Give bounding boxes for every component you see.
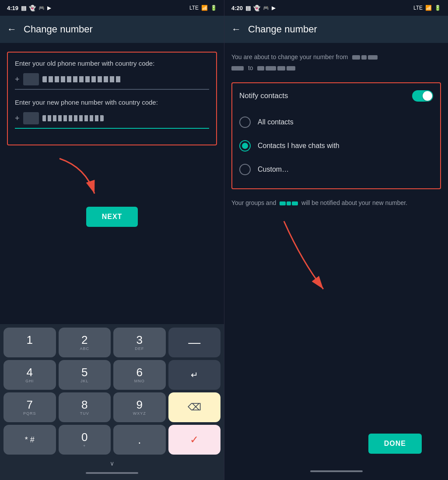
left-phone-panel: 4:19 ▤ 👻 🎮 ▶ LTE 📶 🔋 ← Change number Ent… [0,0,224,480]
new-plus-sign: + [15,114,20,123]
left-battery-icon: 🔋 [210,5,217,11]
new-phone-number-blurred [42,115,104,121]
groups-placeholder [280,201,298,205]
notify-toggle[interactable] [412,90,433,102]
left-signal-icon: 📶 [201,5,208,11]
key-3-letters: DEF [135,346,144,351]
option-custom[interactable]: Custom… [239,158,433,181]
key-confirm-symbol: ✓ [190,434,199,446]
key-3[interactable]: 3 DEF [113,328,166,357]
key-6[interactable]: 6 MNO [113,360,166,390]
left-app-title: Change number [24,24,93,35]
old-plus-sign: + [15,75,20,84]
key-3-number: 3 [136,334,143,346]
key-dot-symbol: . [138,434,141,445]
key-5-number: 5 [81,367,88,378]
left-ps-icon: 🎮 [38,5,45,11]
key-5[interactable]: 5 JKL [59,360,111,390]
key-0-letters: + [83,444,86,448]
info-text-to: to [248,64,253,71]
key-9-letters: WXYZ [133,411,146,416]
label-custom: Custom… [258,166,289,173]
left-play-icon: ▶ [47,5,51,11]
right-play-icon: ▶ [272,5,275,11]
left-back-button[interactable]: ← [7,24,17,35]
key-9-number: 9 [136,399,143,410]
old-phone-number-blurred [42,76,121,82]
right-time: 4:20 [231,5,243,11]
key-6-number: 6 [136,367,143,378]
right-status-icon-1: ▤ [245,5,251,11]
right-battery-icon: 🔋 [434,5,441,11]
right-phone-panel: 4:20 ▤ 👻 🎮 ▶ LTE 📶 🔋 ← Change number You… [224,0,448,480]
key-7-letters: PQRS [23,411,36,416]
label-chats-contacts: Contacts I have chats with [258,142,340,150]
key-6-letters: MNO [134,379,145,383]
next-arrow-svg [51,154,121,202]
key-dot[interactable]: . [113,425,166,455]
old-number-label: Enter your old phone number with country… [15,60,209,67]
toggle-knob [423,91,432,101]
key-1-number: 1 [27,334,33,346]
right-back-button[interactable]: ← [231,24,241,35]
key-2-number: 2 [81,334,88,346]
left-content: Enter your old phone number with country… [0,43,224,324]
groups-text-suffix: will be notified about your new number. [301,199,407,206]
right-content: You are about to change your number from… [224,43,448,480]
notify-title: Notify contacts [239,92,288,100]
right-app-bar: ← Change number [224,16,448,43]
key-4-number: 4 [27,367,33,378]
key-8-letters: TUV [80,411,89,416]
key-confirm[interactable]: ✓ [168,425,221,455]
key-7[interactable]: 7 PQRS [4,392,56,422]
right-snapchat-icon: 👻 [253,5,260,11]
right-ps-icon: 🎮 [263,5,269,11]
old-country-code[interactable] [23,73,39,85]
key-8[interactable]: 8 TUV [59,392,111,422]
notify-header: Notify contacts [239,90,433,102]
right-status-bar: 4:20 ▤ 👻 🎮 ▶ LTE 📶 🔋 [224,0,448,16]
key-1[interactable]: 1 [4,328,56,357]
old-number-input-row[interactable]: + [15,73,209,90]
done-button[interactable]: DONE [368,434,422,454]
info-text-prefix: You are about to change your number from [231,53,348,60]
label-all-contacts: All contacts [258,118,294,126]
keyboard-chevron[interactable]: ∨ [4,457,220,469]
key-return[interactable]: ↵ [168,360,221,390]
key-backspace[interactable]: ⌫ [168,392,221,422]
left-lte-label: LTE [189,5,199,11]
old-number-placeholder-2 [231,66,244,71]
arrow-area [7,154,217,207]
change-number-info: You are about to change your number from… [231,52,441,74]
key-minus[interactable]: — [168,328,221,357]
new-country-code[interactable] [23,112,39,124]
groups-text-prefix: Your groups and [231,199,276,206]
radio-chats-contacts [239,140,251,152]
key-9[interactable]: 9 WXYZ [113,392,166,422]
keyboard-grid: 1 2 ABC 3 DEF — 4 GHI 5 JKL [4,328,220,455]
key-star-hash[interactable]: * # [4,425,56,455]
info-text-block: You are about to change your number from… [231,52,441,74]
left-status-icon-1: ▤ [21,5,26,11]
key-4-letters: GHI [25,379,34,383]
right-home-indicator [310,470,363,472]
key-2-letters: ABC [80,346,89,351]
key-4[interactable]: 4 GHI [4,360,56,390]
new-number-label: Enter your new phone number with country… [15,99,209,106]
option-all-contacts[interactable]: All contacts [239,110,433,134]
left-snapchat-icon: 👻 [29,5,36,11]
notify-contacts-box: Notify contacts All contacts Contacts I … [231,82,441,189]
right-arrow-area [231,217,441,304]
left-status-bar: 4:19 ▤ 👻 🎮 ▶ LTE 📶 🔋 [0,0,224,16]
new-number-input-row[interactable]: + [15,112,209,129]
right-app-title: Change number [248,24,317,35]
left-app-bar: ← Change number [0,16,224,43]
next-button[interactable]: NEXT [86,207,138,227]
key-2[interactable]: 2 ABC [59,328,111,357]
old-number-placeholder [352,55,378,60]
radio-custom [239,164,251,175]
left-time: 4:19 [7,5,18,11]
key-backspace-symbol: ⌫ [188,402,201,413]
option-chats-contacts[interactable]: Contacts I have chats with [239,134,433,158]
key-0[interactable]: 0 + [59,425,111,455]
